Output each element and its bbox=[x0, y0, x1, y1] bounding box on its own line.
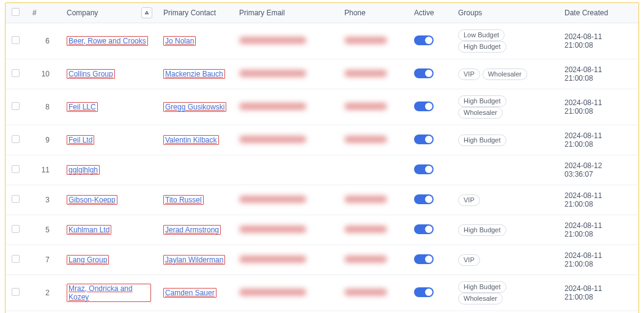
group-tag[interactable]: VIP bbox=[458, 194, 480, 206]
data-table: # Company Primary Contact Primary Email … bbox=[5, 2, 639, 313]
email-cell bbox=[233, 89, 338, 125]
contact-link[interactable]: Tito Russel bbox=[163, 195, 204, 205]
company-link[interactable]: Kuhlman Ltd bbox=[67, 225, 111, 235]
row-checkbox[interactable] bbox=[12, 36, 20, 44]
active-toggle[interactable] bbox=[414, 134, 434, 144]
group-tag[interactable]: Wholesaler bbox=[458, 293, 503, 304]
date-created: 2024-08-11 21:00:08 bbox=[558, 89, 638, 125]
contact-link[interactable]: Jaylan Wilderman bbox=[163, 255, 225, 265]
active-toggle[interactable] bbox=[414, 101, 434, 111]
header-company[interactable]: Company bbox=[61, 3, 157, 23]
company-link[interactable]: gglglhlgh bbox=[67, 165, 100, 175]
header-company-label: Company bbox=[67, 9, 98, 17]
date-created: 2024-08-11 21:00:08 bbox=[558, 185, 638, 215]
groups-cell: High Budget bbox=[452, 215, 558, 245]
redacted-phone bbox=[344, 70, 387, 77]
contact-link[interactable]: Jo Nolan bbox=[163, 36, 196, 46]
company-link[interactable]: Gibson-Koepp bbox=[67, 195, 117, 205]
redacted-phone bbox=[344, 37, 387, 44]
active-toggle[interactable] bbox=[414, 164, 434, 174]
groups-cell: VIP bbox=[452, 185, 558, 215]
redacted-email bbox=[239, 196, 306, 203]
header-checkbox[interactable] bbox=[6, 3, 26, 23]
group-tag[interactable]: High Budget bbox=[458, 224, 506, 236]
header-date[interactable]: Date Created bbox=[558, 3, 638, 23]
groups-cell: High Budget bbox=[452, 125, 558, 155]
date-created: 2024-08-12 03:36:07 bbox=[558, 155, 638, 185]
group-tag[interactable]: High Budget bbox=[458, 41, 506, 53]
checkbox-icon[interactable] bbox=[12, 8, 20, 16]
company-link[interactable]: Feil Ltd bbox=[67, 135, 94, 145]
redacted-email bbox=[239, 289, 306, 296]
contact-link[interactable]: Gregg Gusikowski bbox=[163, 102, 226, 112]
phone-cell bbox=[338, 23, 408, 59]
group-tag[interactable]: High Budget bbox=[458, 134, 506, 146]
contact-link[interactable]: Valentin Kilback bbox=[163, 135, 219, 145]
row-checkbox[interactable] bbox=[12, 69, 20, 77]
row-number: 9 bbox=[26, 125, 61, 155]
email-cell bbox=[233, 185, 338, 215]
group-tag[interactable]: VIP bbox=[458, 254, 480, 266]
table-row: 7Lang GroupJaylan WildermanVIP2024-08-11… bbox=[6, 245, 638, 275]
email-cell bbox=[233, 275, 338, 311]
date-created: 2024-08-11 21:00:08 bbox=[558, 245, 638, 275]
table-row: 5Kuhlman LtdJerad ArmstrongHigh Budget20… bbox=[6, 215, 638, 245]
group-tag[interactable]: Low Budget bbox=[458, 29, 505, 41]
redacted-phone bbox=[344, 196, 387, 203]
row-number: 1 bbox=[26, 311, 61, 314]
sort-asc-icon[interactable] bbox=[141, 7, 152, 18]
groups-cell bbox=[452, 155, 558, 185]
groups-cell bbox=[452, 311, 558, 314]
contact-link[interactable]: Mackenzie Bauch bbox=[163, 69, 225, 79]
redacted-email bbox=[239, 226, 306, 233]
active-toggle[interactable] bbox=[414, 224, 434, 234]
header-active[interactable]: Active bbox=[408, 3, 452, 23]
table-header-row: # Company Primary Contact Primary Email … bbox=[6, 3, 638, 23]
table-row: 1Streich-ColeCooper Powlowski2024-08-11 … bbox=[6, 311, 638, 314]
groups-cell: Low BudgetHigh Budget bbox=[452, 23, 558, 59]
row-checkbox[interactable] bbox=[12, 225, 20, 233]
active-toggle[interactable] bbox=[414, 68, 434, 78]
group-tag[interactable]: High Budget bbox=[458, 95, 506, 107]
group-tag[interactable]: Wholesaler bbox=[483, 68, 527, 80]
groups-cell: High BudgetWholesaler bbox=[452, 275, 558, 311]
email-cell bbox=[233, 311, 338, 314]
row-number: 8 bbox=[26, 89, 61, 125]
group-tag[interactable]: High Budget bbox=[458, 281, 506, 293]
company-link[interactable]: Mraz, Ondricka and Kozey bbox=[67, 284, 151, 302]
phone-cell bbox=[338, 185, 408, 215]
table-row: 11gglglhlgh2024-08-12 03:36:07 bbox=[6, 155, 638, 185]
redacted-email bbox=[239, 136, 306, 143]
row-checkbox[interactable] bbox=[12, 135, 20, 143]
row-checkbox[interactable] bbox=[12, 255, 20, 263]
company-link[interactable]: Lang Group bbox=[67, 255, 109, 265]
active-toggle[interactable] bbox=[414, 35, 434, 45]
redacted-phone bbox=[344, 226, 387, 233]
groups-cell: VIP bbox=[452, 245, 558, 275]
redacted-email bbox=[239, 37, 306, 44]
groups-cell: High BudgetWholesaler bbox=[452, 89, 558, 125]
company-link[interactable]: Feil LLC bbox=[67, 102, 98, 112]
email-cell bbox=[233, 59, 338, 89]
header-num[interactable]: # bbox=[26, 3, 61, 23]
contact-link[interactable]: Camden Sauer bbox=[163, 288, 217, 298]
header-groups[interactable]: Groups bbox=[452, 3, 558, 23]
group-tag[interactable]: Wholesaler bbox=[458, 107, 503, 119]
row-checkbox[interactable] bbox=[12, 102, 20, 110]
row-number: 2 bbox=[26, 275, 61, 311]
company-link[interactable]: Collins Group bbox=[67, 69, 115, 79]
row-checkbox[interactable] bbox=[12, 195, 20, 203]
row-checkbox[interactable] bbox=[12, 288, 20, 296]
contact-link[interactable]: Jerad Armstrong bbox=[163, 225, 221, 235]
header-contact[interactable]: Primary Contact bbox=[157, 3, 233, 23]
company-link[interactable]: Beer, Rowe and Crooks bbox=[67, 36, 148, 46]
header-phone[interactable]: Phone bbox=[338, 3, 408, 23]
active-toggle[interactable] bbox=[414, 254, 434, 264]
active-toggle[interactable] bbox=[414, 287, 434, 297]
active-toggle[interactable] bbox=[414, 194, 434, 204]
group-tag[interactable]: VIP bbox=[458, 68, 480, 80]
header-email[interactable]: Primary Email bbox=[233, 3, 338, 23]
row-checkbox[interactable] bbox=[12, 165, 20, 173]
table-row: 3Gibson-KoeppTito RusselVIP2024-08-11 21… bbox=[6, 185, 638, 215]
groups-cell: VIPWholesaler bbox=[452, 59, 558, 89]
